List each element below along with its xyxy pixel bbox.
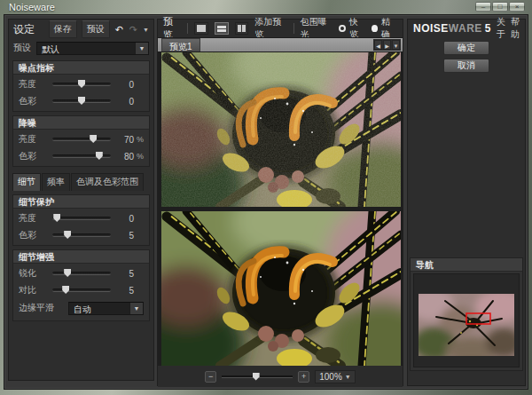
slider-thumb[interactable] (64, 269, 71, 277)
noise-reduction-group: 降噪 亮度 70 % 色彩 80 % (12, 115, 150, 167)
group-title: 细节保护 (13, 195, 149, 209)
slider-unit: % (134, 135, 144, 144)
protection-luminance-slider[interactable] (52, 217, 111, 220)
slider-row: 亮度 70 % (13, 132, 149, 146)
slider-label: 亮度 (19, 78, 47, 91)
slider-row: 亮度 0 (13, 211, 149, 225)
slider-thumb[interactable] (78, 80, 85, 88)
slider-label: 色彩 (19, 150, 47, 162)
edge-smoothing-row: 边缘平滑 自动 ▼ (13, 300, 149, 316)
preset-row: 预设 默认 ▼ (9, 39, 153, 57)
slider-row: 色彩 80 % (13, 149, 149, 163)
ok-button[interactable]: 确定 (443, 41, 489, 55)
filtered-preview-image[interactable] (161, 211, 401, 366)
chevron-down-icon[interactable]: ▼ (129, 303, 143, 314)
window-title: Noiseware (9, 2, 55, 12)
zoom-level-select[interactable]: 100% ▼ (315, 370, 356, 383)
noise-level-group: 噪点指标 亮度 0 色彩 0 (12, 60, 150, 112)
tab-frequency[interactable]: 频率 (42, 173, 70, 191)
vertical-split-icon (238, 25, 246, 32)
preset-label: 预设 (13, 42, 31, 54)
zoom-slider-thumb[interactable] (253, 373, 260, 381)
preset-combobox[interactable]: 默认 ▼ (36, 42, 149, 55)
slider-value: 80 (116, 152, 134, 162)
preview-tab-1[interactable]: 预览1 (161, 38, 200, 51)
settings-title: 设定 (13, 22, 44, 37)
slider-row: 亮度 0 (13, 77, 149, 91)
toolbar-separator (293, 23, 294, 34)
minimize-button[interactable]: – (475, 2, 491, 12)
preset-button[interactable]: 预设 (82, 20, 110, 38)
zoom-bar: − + 100% ▼ (158, 366, 403, 387)
chevron-down-icon: ▼ (345, 374, 351, 380)
settings-panel: 设定 保存 预设 ↶ ↷ ▼ 预设 默认 ▼ 噪点指标 亮度 (8, 19, 154, 381)
detail-protection-group: 细节保护 亮度 0 色彩 5 (12, 194, 150, 246)
title-bar[interactable]: Noiseware – □ × (0, 0, 532, 14)
help-link[interactable]: 帮助 (511, 16, 520, 41)
zoom-in-button[interactable]: + (298, 371, 309, 383)
settings-menu-chevron-icon[interactable]: ▼ (143, 27, 149, 33)
slider-thumb[interactable] (90, 135, 97, 143)
slider-row: 锐化 5 (13, 266, 149, 280)
slider-label: 色彩 (19, 95, 47, 107)
slider-value: 0 (116, 97, 134, 107)
edge-smoothing-value: 自动 (69, 303, 129, 314)
luminance-reduction-slider[interactable] (52, 138, 111, 141)
navigator-thumbnail[interactable] (419, 294, 514, 356)
cancel-button[interactable]: 取消 (443, 59, 489, 73)
slider-value: 5 (116, 269, 134, 279)
slider-thumb[interactable] (62, 286, 69, 294)
horizontal-split-icon (217, 26, 226, 32)
about-link[interactable]: 关于 (497, 16, 505, 41)
tab-prev-arrow-icon[interactable]: ◀ (374, 40, 382, 50)
save-button[interactable]: 保存 (49, 20, 77, 38)
color-reduction-slider[interactable] (52, 154, 111, 158)
sharpening-slider[interactable] (52, 272, 111, 275)
luminance-level-slider[interactable] (52, 83, 111, 86)
radio-ring-icon (339, 25, 346, 32)
slider-thumb[interactable] (53, 214, 60, 222)
navigator-title: 导航 (411, 258, 522, 272)
redo-icon[interactable]: ↷ (129, 24, 138, 36)
navigator-body (413, 273, 520, 367)
tab-menu-chevron-icon[interactable]: ▼ (392, 40, 400, 50)
slider-row: 对比 5 (13, 283, 149, 297)
slider-value: 5 (116, 231, 134, 241)
color-level-slider[interactable] (52, 99, 111, 103)
protection-color-slider[interactable] (52, 233, 111, 237)
original-preview-image[interactable] (161, 52, 401, 207)
tab-tonal-color-range[interactable]: 色调及色彩范围 (71, 173, 144, 191)
tab-next-arrow-icon[interactable]: ▶ (383, 40, 391, 50)
slider-thumb[interactable] (78, 97, 85, 105)
slider-unit: % (134, 152, 144, 161)
tab-detail[interactable]: 细节 (12, 173, 41, 191)
single-view-button[interactable] (194, 22, 208, 35)
maximize-button[interactable]: □ (492, 2, 508, 12)
detail-tabs: 细节 频率 色调及色彩范围 (12, 173, 150, 191)
slider-value: 0 (116, 214, 134, 224)
close-button[interactable]: × (509, 2, 525, 12)
chevron-down-icon[interactable]: ▼ (135, 43, 148, 54)
slider-thumb[interactable] (96, 152, 103, 160)
slider-row: 色彩 0 (13, 94, 149, 108)
preview-viewport (158, 52, 403, 366)
group-title: 降噪 (13, 116, 149, 130)
contrast-slider[interactable] (52, 288, 111, 292)
horizontal-split-view-button[interactable] (215, 22, 229, 35)
navigator-group: 导航 (410, 257, 523, 371)
group-title: 细节增强 (13, 250, 149, 264)
single-pane-icon (197, 25, 206, 32)
settings-header: 设定 保存 预设 ↶ ↷ ▼ (9, 20, 153, 39)
zoom-slider[interactable] (222, 375, 293, 378)
vertical-split-view-button[interactable] (235, 22, 249, 35)
zoom-out-button[interactable]: − (205, 371, 216, 383)
slider-label: 对比 (19, 284, 47, 296)
slider-value: 70 (116, 135, 134, 145)
preview-panel: 预览 添加预览 包围曝光 快览 精确 预览1 (157, 19, 403, 386)
edge-smoothing-combobox[interactable]: 自动 ▼ (68, 302, 144, 315)
undo-icon[interactable]: ↶ (114, 24, 124, 36)
client-area: 设定 保存 预设 ↶ ↷ ▼ 预设 默认 ▼ 噪点指标 亮度 (4, 14, 528, 390)
slider-thumb[interactable] (64, 231, 71, 239)
radio-dot-icon (372, 25, 378, 32)
slider-label: 亮度 (19, 133, 47, 146)
